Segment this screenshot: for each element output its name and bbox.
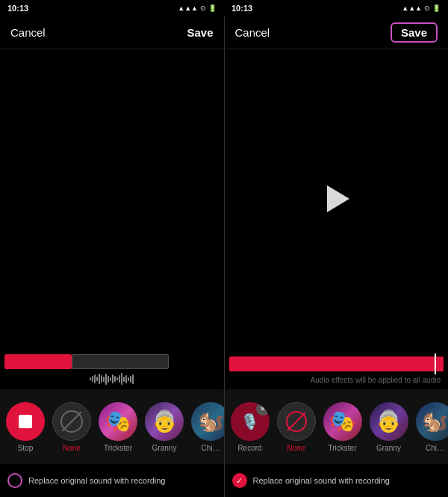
granny-label-right: Granny (376, 444, 401, 452)
save-button-left[interactable]: Save (187, 26, 213, 39)
status-bar-left: 10:13 ▲▲▲ ⊙ 🔋 (0, 0, 224, 16)
audio-track-left (0, 348, 224, 389)
track-bar-row-right (229, 354, 444, 374)
toggle-right[interactable]: ✓ (232, 473, 247, 488)
chip-circle-right[interactable]: 🐿️ (416, 402, 449, 441)
cancel-button-right[interactable]: Cancel (235, 26, 270, 39)
main-container: 10:13 ▲▲▲ ⊙ 🔋 10:13 ▲▲▲ ⊙ 🔋 Cancel Save … (0, 0, 448, 497)
toggle-left[interactable] (7, 473, 22, 488)
granny-emoji-right: 👵 (376, 411, 402, 432)
stop-label: Stop (18, 444, 34, 452)
granny-label-left: Granny (152, 444, 177, 452)
effect-chip-left[interactable]: 🐿️ Chi… (191, 402, 224, 452)
effect-trickster-left[interactable]: 🎭 Trickster (99, 402, 137, 452)
wifi-icon-left: ⊙ (200, 4, 206, 12)
trickster-label-right: Trickster (329, 444, 357, 452)
effects-row: Stop None 🎭 Trickster 👵 Gr (0, 389, 448, 464)
none-circle-right[interactable] (277, 402, 316, 441)
chip-circle-left[interactable]: 🐿️ (191, 402, 224, 441)
chip-label-right: Chi… (426, 444, 444, 452)
none-label-right: None (287, 444, 305, 452)
effect-chip-right[interactable]: 🐿️ Chi… (416, 402, 449, 452)
record-circle[interactable]: 🎙️ ✕ (231, 402, 270, 441)
bottom-right: ✓ Replace original sound with recording (225, 473, 449, 488)
none-circle-left[interactable] (52, 402, 91, 441)
effect-none-left[interactable]: None (52, 402, 91, 452)
status-icons-left: ▲▲▲ ⊙ 🔋 (178, 4, 217, 12)
status-bar-right: 10:13 ▲▲▲ ⊙ 🔋 (224, 0, 448, 16)
trickster-label-left: Trickster (104, 444, 132, 452)
granny-circle-right[interactable]: 👵 (370, 402, 408, 441)
track-bar-row-left (4, 351, 220, 372)
track-bar-red-left (4, 354, 72, 369)
effects-left: Stop None 🎭 Trickster 👵 Gr (0, 402, 224, 452)
time-right: 10:13 (231, 4, 252, 13)
chip-emoji-left: 🐿️ (198, 411, 224, 432)
stop-button[interactable] (6, 402, 45, 441)
header-right: Cancel Save (225, 16, 449, 49)
status-bars: 10:13 ▲▲▲ ⊙ 🔋 10:13 ▲▲▲ ⊙ 🔋 (0, 0, 448, 16)
x-badge: ✕ (256, 402, 270, 416)
chip-label-left: Chi… (201, 444, 220, 452)
video-panel-left[interactable] (0, 49, 224, 348)
effect-record[interactable]: 🎙️ ✕ Record (231, 402, 270, 452)
cancel-button-left[interactable]: Cancel (10, 26, 46, 39)
battery-icon-right: 🔋 (432, 4, 441, 12)
track-bar-dark-left (72, 354, 169, 369)
header-left: Cancel Save (0, 16, 224, 49)
signal-icon-left: ▲▲▲ (178, 4, 198, 12)
time-left: 10:13 (7, 4, 28, 13)
bottom-label-right: Replace original sound with recording (253, 476, 390, 485)
signal-icon-right: ▲▲▲ (402, 4, 422, 12)
effect-granny-left[interactable]: 👵 Granny (145, 402, 184, 452)
no-effect-icon-right (286, 411, 307, 432)
none-label-left: None (63, 444, 81, 452)
track-bar-red-right (229, 356, 444, 371)
headers: Cancel Save Cancel Save (0, 16, 448, 49)
trickster-circle-left[interactable]: 🎭 (99, 402, 137, 441)
mic-icon: 🎙️ (240, 413, 259, 430)
bottom-label-left: Replace original sound with recording (28, 476, 165, 485)
no-effect-icon-left (60, 410, 83, 433)
track-bar-end-line (435, 354, 436, 374)
waveform-left (4, 372, 220, 386)
record-label: Record (237, 444, 261, 452)
video-panels (0, 49, 448, 348)
trickster-emoji-right: 🎭 (329, 411, 355, 432)
audio-tracks: Audio effects will be applied to all aud… (0, 348, 448, 389)
granny-emoji-left: 👵 (152, 411, 178, 432)
save-button-right[interactable]: Save (391, 22, 438, 43)
chip-emoji-right: 🐿️ (422, 411, 448, 432)
trickster-circle-right[interactable]: 🎭 (323, 402, 362, 441)
status-icons-right: ▲▲▲ ⊙ 🔋 (402, 4, 441, 12)
battery-icon-left: 🔋 (208, 4, 217, 12)
bottom-bar: Replace original sound with recording ✓ … (0, 464, 448, 497)
bottom-left: Replace original sound with recording (0, 473, 224, 488)
effect-none-right[interactable]: None (277, 402, 316, 452)
stop-icon (19, 415, 32, 428)
effects-right: 🎙️ ✕ Record None 🎭 Trickster (225, 402, 449, 452)
audio-effects-label: Audio effects will be applied to all aud… (229, 376, 444, 384)
effect-trickster-right[interactable]: 🎭 Trickster (323, 402, 362, 452)
audio-track-right: Audio effects will be applied to all aud… (225, 348, 449, 389)
video-panel-right[interactable] (225, 49, 449, 348)
effect-stop[interactable]: Stop (6, 402, 45, 452)
trickster-emoji-left: 🎭 (105, 411, 131, 432)
play-icon[interactable] (327, 185, 349, 212)
wifi-icon-right: ⊙ (424, 4, 430, 12)
granny-circle-left[interactable]: 👵 (145, 402, 184, 441)
effect-granny-right[interactable]: 👵 Granny (370, 402, 408, 452)
